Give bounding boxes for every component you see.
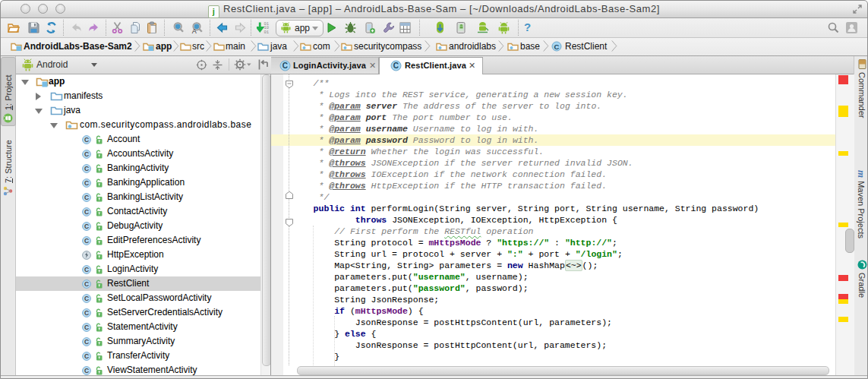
- svg-text:C: C: [84, 309, 89, 317]
- svg-text:C: C: [84, 208, 89, 216]
- svg-text:C: C: [554, 43, 560, 51]
- svg-text:C: C: [84, 179, 89, 187]
- svg-text:C: C: [84, 280, 89, 288]
- svg-text:C: C: [84, 194, 89, 201]
- svg-text:C: C: [84, 324, 89, 331]
- svg-text:C: C: [84, 295, 89, 302]
- svg-text:C: C: [84, 367, 89, 374]
- svg-text:C: C: [84, 223, 89, 230]
- svg-text:C: C: [84, 237, 89, 245]
- svg-text:A: A: [192, 27, 197, 35]
- svg-text:C: C: [84, 338, 89, 346]
- svg-text:C: C: [84, 136, 89, 144]
- svg-text:C: C: [84, 150, 89, 158]
- svg-text:01: 01: [264, 30, 269, 34]
- svg-text:C: C: [282, 62, 288, 70]
- svg-text:C: C: [393, 62, 399, 70]
- svg-text:C: C: [84, 352, 89, 360]
- svg-text:C: C: [84, 266, 89, 273]
- svg-text:C: C: [84, 165, 89, 172]
